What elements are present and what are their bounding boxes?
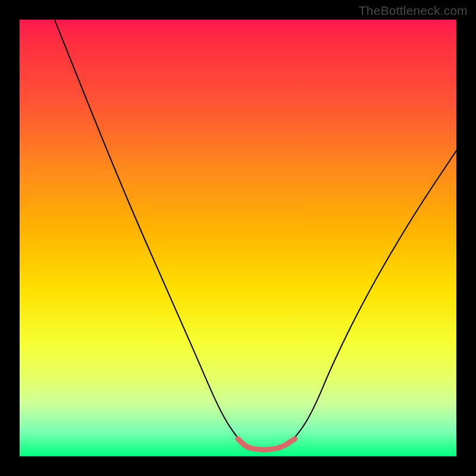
- watermark-text: TheBottleneck.com: [359, 4, 468, 18]
- bottleneck-curve: [55, 20, 456, 450]
- highlight-segment: [238, 439, 295, 450]
- plot-area: [20, 20, 456, 456]
- curve-svg: [20, 20, 456, 456]
- chart-frame: TheBottleneck.com: [0, 0, 476, 476]
